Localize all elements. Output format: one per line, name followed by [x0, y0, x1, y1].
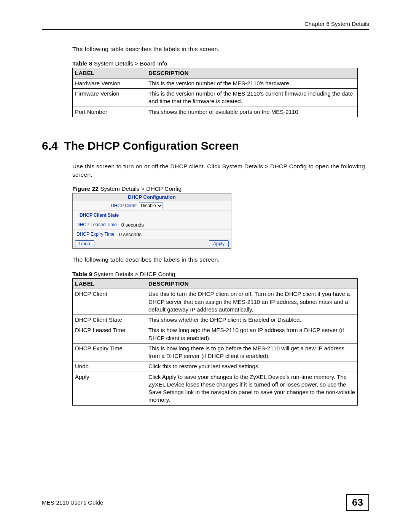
figure22-caption-text: System Details > DHCP Config [99, 185, 182, 192]
dhcp-expiry-value: 0 seconds [117, 232, 142, 237]
dhcp-button-row: Undo Apply [73, 239, 231, 248]
table8-r0-label: Hardware Version [73, 78, 146, 88]
table9-caption-text: System Details > DHCP Config [92, 271, 175, 277]
section-number: 6.4 [42, 139, 58, 152]
table-row: DHCP Leased Time This is how long ago th… [73, 325, 358, 343]
table9: LABEL DESCRIPTION DHCP Client Use this t… [72, 278, 358, 406]
table9-r2-label: DHCP Leased Time [73, 325, 146, 343]
table9-r4-desc: Click this to restore your last saved se… [146, 361, 358, 372]
table-row: Firmware Version This is the version num… [73, 89, 358, 107]
dhcp-leased-row: DHCP Leased Time 0 seconds [73, 220, 231, 230]
intro-paragraph-2: The following table describes the labels… [72, 256, 369, 264]
table8-r0-desc: This is the version number of the MES-21… [146, 78, 358, 88]
table9-head-desc: DESCRIPTION [146, 279, 358, 289]
apply-button[interactable]: Apply [209, 240, 229, 247]
table9-r1-label: DHCP Client State [73, 315, 146, 325]
header-rule [42, 29, 369, 30]
table8: LABEL DESCRIPTION Hardware Version This … [72, 68, 358, 117]
intro-paragraph-1: The following table describes the labels… [72, 45, 369, 53]
undo-button[interactable]: Undo [75, 240, 94, 247]
table-row: DHCP Expiry Time This is how long there … [73, 343, 358, 361]
dhcp-config-panel: DHCP Configuration DHCP Client Disable D… [72, 193, 231, 249]
table9-r5-label: Apply [73, 372, 146, 405]
table9-r4-label: Undo [73, 361, 146, 372]
table-row: DHCP Client Use this to turn the DHCP cl… [73, 289, 358, 315]
table8-head-desc: DESCRIPTION [146, 68, 358, 78]
table9-head-label: LABEL [73, 279, 146, 289]
table9-caption: Table 9 System Details > DHCP Config [72, 271, 369, 278]
dhcp-panel-title: DHCP Configuration [73, 193, 231, 201]
chapter-header: Chapter 6 System Details [42, 21, 369, 27]
table8-header-row: LABEL DESCRIPTION [73, 68, 358, 78]
table8-head-label: LABEL [73, 68, 146, 78]
table9-r1-desc: This shows whether the DHCP client is En… [146, 315, 358, 325]
page-number: 63 [346, 494, 369, 511]
table9-r2-desc: This is how long ago the MES-2110 got an… [146, 325, 358, 343]
dhcp-leased-label: DHCP Leased Time [76, 222, 119, 227]
table8-r2-desc: This shows the number of available ports… [146, 107, 358, 117]
section-title: The DHCP Configuration Screen [64, 139, 239, 152]
dhcp-expiry-label: DHCP Expiry Time [76, 232, 117, 237]
table-row: Apply Click Apply to save your changes t… [73, 372, 358, 405]
dhcp-client-select[interactable]: Disable [139, 202, 163, 209]
table8-caption-text: System Details > Board Info. [92, 60, 169, 67]
table9-r5-desc: Click Apply to save your changes to the … [146, 372, 358, 405]
table8-caption: Table 8 System Details > Board Info. [72, 60, 369, 67]
dhcp-leased-value: 0 seconds [119, 222, 144, 228]
dhcp-client-state-label: DHCP Client State [76, 212, 121, 218]
table9-caption-num: Table 9 [72, 271, 92, 277]
dhcp-client-state-row: DHCP Client State [73, 211, 231, 220]
section-intro: Use this screen to turn on or off the DH… [72, 162, 369, 179]
table8-caption-num: Table 8 [72, 60, 92, 67]
figure22-caption: Figure 22 System Details > DHCP Config [72, 185, 369, 192]
figure22-caption-num: Figure 22 [72, 185, 99, 192]
table9-header-row: LABEL DESCRIPTION [73, 279, 358, 289]
footer-guide-name: MES-2110 User's Guide [42, 499, 103, 506]
table9-r3-desc: This is how long there is to go before t… [146, 343, 358, 361]
footer-rule [42, 491, 369, 491]
table-row: Hardware Version This is the version num… [73, 78, 358, 88]
table9-r0-desc: Use this to turn the DHCP client on or o… [146, 289, 358, 315]
dhcp-expiry-row: DHCP Expiry Time 0 seconds [73, 230, 231, 239]
table9-r3-label: DHCP Expiry Time [73, 343, 146, 361]
table8-r2-label: Port Number [73, 107, 146, 117]
dhcp-client-label: DHCP Client [76, 203, 139, 208]
table9-r0-label: DHCP Client [73, 289, 146, 315]
dhcp-client-row: DHCP Client Disable [73, 201, 231, 211]
table8-r1-desc: This is the version number of the MES-21… [146, 89, 358, 107]
table-row: DHCP Client State This shows whether the… [73, 315, 358, 325]
table-row: Undo Click this to restore your last sav… [73, 361, 358, 372]
section-heading: 6.4 The DHCP Configuration Screen [42, 139, 369, 152]
table8-r1-label: Firmware Version [73, 89, 146, 107]
page-footer: MES-2110 User's Guide 63 [42, 491, 369, 511]
table-row: Port Number This shows the number of ava… [73, 107, 358, 117]
